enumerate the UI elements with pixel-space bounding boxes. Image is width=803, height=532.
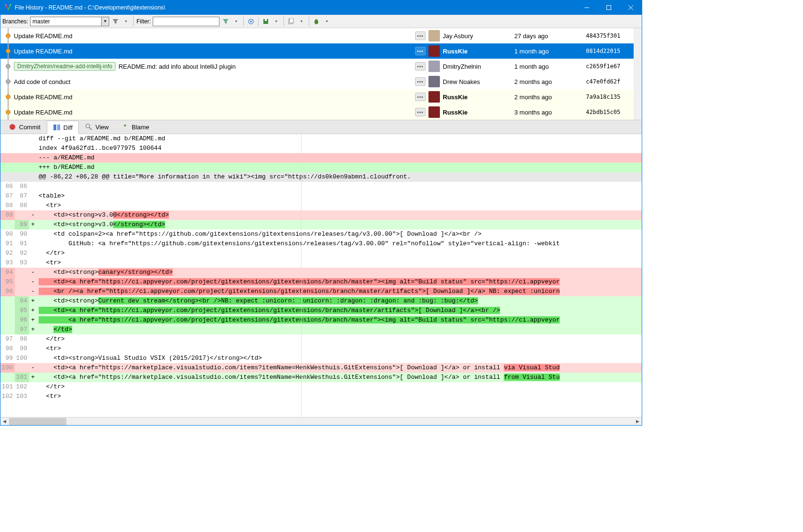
commit-message: README.md: add info about IntelliJ plugi… xyxy=(118,63,236,70)
close-button[interactable] xyxy=(620,0,642,15)
filter-dropdown-icon[interactable]: ▼ xyxy=(122,17,130,26)
view-icon xyxy=(85,123,93,131)
diff-line: --- a/README.md xyxy=(0,153,642,163)
filter-dropdown2-icon[interactable]: ▼ xyxy=(232,17,240,26)
diff-line: 9191 GitHub: <a href="https://github.com… xyxy=(0,239,642,249)
graph-column xyxy=(2,59,14,74)
refresh-icon[interactable] xyxy=(247,17,255,26)
svg-point-16 xyxy=(86,124,90,128)
horizontal-scrollbar[interactable]: ◀ ▶ xyxy=(0,417,642,425)
save-dropdown-icon[interactable]: ▼ xyxy=(272,17,281,26)
commit-icon xyxy=(9,123,16,131)
author-name: RussKie xyxy=(443,94,514,101)
commit-row[interactable]: Update README.md ••• RussKie 3 months ag… xyxy=(0,104,634,120)
commit-row[interactable]: Update README.md ••• RussKie 2 months ag… xyxy=(0,89,634,104)
commit-hash: 484375f301 xyxy=(586,32,634,39)
author-name: Jay Asbury xyxy=(443,32,514,40)
commit-row[interactable]: Add code of conduct ••• Drew Noakes 2 mo… xyxy=(0,74,634,89)
diff-line: 97+ </td> xyxy=(0,325,642,334)
diff-line: 102103 <tr> xyxy=(0,392,642,401)
svg-rect-14 xyxy=(53,125,56,130)
tab-diff[interactable]: Diff xyxy=(47,121,79,134)
diff-line: diff --git a/README.md b/README.md xyxy=(0,134,642,144)
commit-node-icon xyxy=(6,79,10,84)
filter-funnel-icon[interactable] xyxy=(221,17,230,26)
filter-icon[interactable] xyxy=(111,17,120,26)
svg-point-13 xyxy=(10,124,15,130)
graph-column xyxy=(2,74,14,89)
commit-menu-button[interactable]: ••• xyxy=(415,47,426,55)
commit-hash: 42bdb15c05 xyxy=(586,109,634,115)
branch-input[interactable] xyxy=(30,17,102,26)
diff-line: 8888 <tr> xyxy=(0,201,642,210)
save-icon[interactable] xyxy=(261,17,270,26)
tab-commit[interactable]: Commit xyxy=(2,120,47,134)
separator xyxy=(243,17,244,26)
separator xyxy=(133,17,134,26)
commit-date: 27 days ago xyxy=(514,32,586,40)
scrollbar-thumb[interactable] xyxy=(9,418,66,425)
author-name: Drew Noakes xyxy=(443,78,514,85)
commit-menu-button[interactable]: ••• xyxy=(415,77,426,86)
author-avatar xyxy=(428,30,440,42)
commit-row[interactable]: Update README.md ••• Jay Asbury 27 days … xyxy=(0,28,634,43)
author-name: RussKie xyxy=(443,48,514,55)
tab-blame[interactable]: < ellipse cx="8" cy="9" rx="4" ry="5" fi… xyxy=(115,120,156,134)
commit-message: Update README.md xyxy=(14,32,73,40)
separator xyxy=(258,17,259,26)
copy-dropdown-icon[interactable]: ▼ xyxy=(297,17,306,26)
toolbar: Branches: ▼ ▼ Filter: ▼ ▼ ▼ ▼ xyxy=(0,15,642,28)
author-avatar xyxy=(428,61,440,72)
titlebar[interactable]: File History - README.md - C:\Developmen… xyxy=(0,0,642,15)
author-avatar xyxy=(428,91,440,103)
diff-line: 9899 <tr> xyxy=(0,344,642,354)
branch-dropdown-button[interactable]: ▼ xyxy=(102,17,109,26)
separator xyxy=(283,17,284,26)
svg-line-17 xyxy=(89,127,92,130)
diff-line: 9090 <td colspan=2><a href="https://gith… xyxy=(0,229,642,239)
branch-tag[interactable]: DmitryZhelnin/readme-add-intellij-info xyxy=(14,62,115,71)
commit-hash: c2659f1e67 xyxy=(586,63,634,70)
bug-icon[interactable] xyxy=(312,17,321,26)
maximize-button[interactable] xyxy=(598,0,620,15)
tab-view[interactable]: View xyxy=(79,120,115,134)
diff-line: 89+ <td><strong>v3.0</strong></td> xyxy=(0,220,642,229)
author-name: RussKie xyxy=(443,109,514,116)
commit-menu-button[interactable]: ••• xyxy=(415,108,426,116)
branch-selector[interactable]: ▼ xyxy=(30,17,109,26)
commit-hash: c47e0fd62f xyxy=(586,78,634,85)
minimize-button[interactable] xyxy=(576,0,598,15)
diff-line: 95+ <td><a href="https://ci.appveyor.com… xyxy=(0,306,642,315)
commit-date: 2 months ago xyxy=(514,94,586,101)
commit-date: 3 months ago xyxy=(514,109,586,116)
copy-icon[interactable] xyxy=(287,17,295,26)
commits-scrollbar[interactable] xyxy=(634,28,642,120)
branches-label: Branches: xyxy=(2,18,28,25)
diff-line: 94+ <td><strong>Current dev stream</stro… xyxy=(0,296,642,306)
author-avatar xyxy=(428,76,440,87)
commit-menu-button[interactable]: ••• xyxy=(415,93,426,101)
commit-row[interactable]: DmitryZhelnin/readme-add-intellij-info R… xyxy=(0,59,634,74)
bug-dropdown-icon[interactable]: ▼ xyxy=(323,17,331,26)
commit-menu-button[interactable]: ••• xyxy=(415,31,426,40)
filter-label: Filter: xyxy=(136,18,151,25)
detail-tabs: Commit Diff View < ellipse cx="8" cy="9"… xyxy=(0,120,642,134)
diff-line: 9798 </tr> xyxy=(0,334,642,344)
diff-line: 9292 </tr> xyxy=(0,249,642,258)
diff-line: 8787<table> xyxy=(0,191,642,201)
graph-column xyxy=(2,43,14,59)
app-icon xyxy=(4,4,12,11)
commit-date: 2 months ago xyxy=(514,78,586,85)
commit-node-icon xyxy=(6,49,10,53)
svg-rect-10 xyxy=(290,18,293,23)
commit-list[interactable]: Update README.md ••• Jay Asbury 27 days … xyxy=(0,28,642,120)
filter-input[interactable] xyxy=(153,17,219,26)
svg-rect-15 xyxy=(57,125,60,130)
diff-viewer[interactable]: diff --git a/README.md b/README.mdindex … xyxy=(0,134,642,417)
commit-node-icon xyxy=(6,94,10,99)
svg-point-18 xyxy=(124,125,126,126)
commit-row[interactable]: Update README.md ••• RussKie 1 month ago… xyxy=(0,43,634,59)
commit-menu-button[interactable]: ••• xyxy=(415,62,426,71)
diff-line: index 4f9a62fd1..bce977975 100644 xyxy=(0,144,642,153)
svg-point-12 xyxy=(315,19,317,21)
